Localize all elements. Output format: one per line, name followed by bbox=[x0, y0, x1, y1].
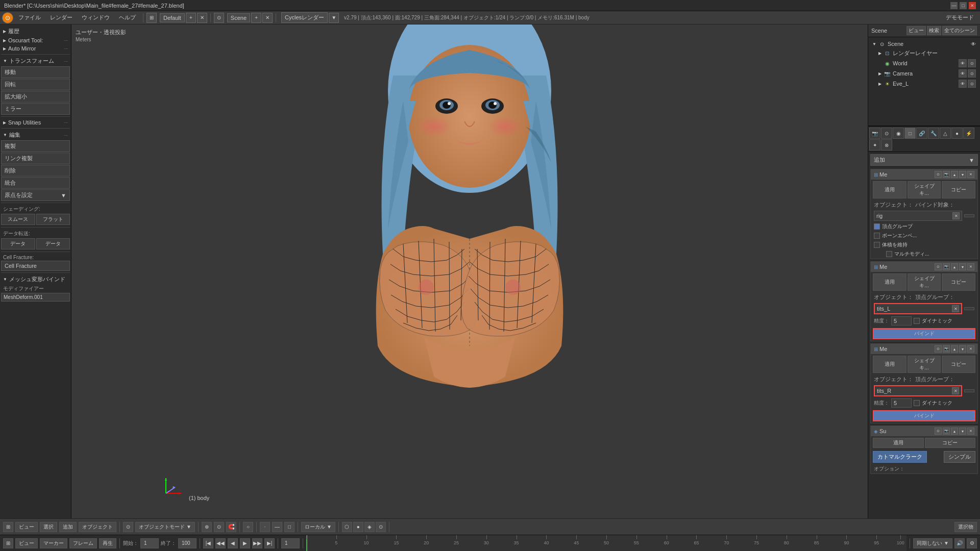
mod1-vertex-group-cb[interactable] bbox=[874, 223, 880, 230]
menu-file[interactable]: ファイル bbox=[14, 13, 45, 22]
props-scene-tab[interactable]: ⊙ bbox=[881, 128, 892, 139]
play-reverse-btn[interactable]: ◀ bbox=[228, 538, 238, 548]
select-mode-face[interactable]: □ bbox=[284, 522, 295, 532]
mod4-camera-icon[interactable]: 📷 bbox=[943, 428, 950, 435]
mod3-field-clear[interactable]: ✕ bbox=[952, 387, 959, 394]
mod2-field-clear[interactable]: ✕ bbox=[952, 305, 959, 312]
mod1-down-icon[interactable]: ▼ bbox=[959, 171, 966, 178]
menu-help[interactable]: ヘルプ bbox=[115, 13, 140, 22]
mod2-render-icon[interactable]: ⊙ bbox=[935, 263, 942, 270]
world-visibility-icon[interactable]: 👁 bbox=[959, 59, 967, 67]
texture-icon[interactable]: ◈ bbox=[364, 522, 375, 532]
mod2-shapeki-btn[interactable]: シェイプキ... bbox=[908, 273, 941, 291]
end-frame[interactable]: 100 bbox=[178, 538, 197, 548]
mod4-close-icon[interactable]: ✕ bbox=[967, 428, 974, 435]
mod3-object-field[interactable]: tits_R ✕ bbox=[874, 385, 962, 396]
mod4-up-icon[interactable]: ▲ bbox=[951, 428, 958, 435]
timeline-frame-btn[interactable]: フレーム bbox=[69, 538, 97, 548]
modifier-tits-l-header[interactable]: ⊞ Me ⊙ 📷 ▲ ▼ ✕ bbox=[871, 262, 977, 272]
mod2-up-icon[interactable]: ▲ bbox=[951, 263, 958, 270]
snap-utilities-section[interactable]: ▶ Snap Utilities ··· bbox=[1, 118, 70, 127]
add-modifier-dropdown[interactable]: 追加 ▼ bbox=[870, 154, 978, 166]
remove-scene-icon[interactable]: ✕ bbox=[262, 13, 273, 23]
scene-icon[interactable]: ⊙ bbox=[214, 13, 224, 23]
mesh-deform-bind-section[interactable]: ▼ メッシュ変形バインド bbox=[1, 274, 70, 284]
props-world-tab[interactable]: ◉ bbox=[893, 128, 904, 139]
mod3-camera-icon[interactable]: 📷 bbox=[943, 345, 950, 353]
lamp-render-icon[interactable]: ⊙ bbox=[968, 80, 976, 88]
mod1-camera-icon[interactable]: 📷 bbox=[943, 171, 950, 178]
view-btn[interactable]: ビュー bbox=[15, 522, 38, 532]
select-mode-vert[interactable]: · bbox=[260, 522, 270, 532]
modifier-armature-header[interactable]: ⊞ Me ⊙ 📷 ▲ ▼ ✕ bbox=[871, 169, 977, 180]
local-dropdown[interactable]: ローカル ▼ bbox=[301, 522, 335, 532]
timeline-ruler[interactable]: 0 5 10 15 20 25 30 35 40 45 50 55 60 65 … bbox=[306, 535, 906, 551]
select-object-btn[interactable]: 選択物 bbox=[954, 522, 977, 532]
mod1-apply-btn[interactable]: 適用 bbox=[873, 181, 906, 198]
viewport-type-icon[interactable]: ⊞ bbox=[3, 522, 13, 532]
delete-button[interactable]: 削除 bbox=[1, 165, 70, 177]
flat-button[interactable]: フラット bbox=[36, 214, 70, 225]
mod1-copy-btn[interactable]: コピー bbox=[942, 181, 975, 198]
camera-render-icon[interactable]: ⊙ bbox=[968, 69, 976, 78]
solid-icon[interactable]: ● bbox=[353, 522, 363, 532]
mod3-down-icon[interactable]: ▼ bbox=[959, 345, 966, 353]
timeline-settings-icon[interactable]: ⚙ bbox=[967, 538, 977, 548]
mode-icon[interactable]: ⊙ bbox=[123, 522, 133, 532]
auto-mirror-section[interactable]: ▶ Auto Mirror ··· bbox=[1, 44, 70, 53]
mod1-bind-field[interactable] bbox=[964, 214, 974, 217]
scene-visibility-icon[interactable]: 👁 bbox=[971, 41, 976, 47]
timeline-play-btn[interactable]: 再生 bbox=[99, 538, 116, 548]
transform-section[interactable]: ▼ トランスフォーム ··· bbox=[1, 56, 70, 66]
outliner-view-btn[interactable]: ビュー bbox=[906, 26, 926, 35]
camera-visibility-icon[interactable]: 👁 bbox=[959, 69, 967, 78]
mod4-simple-btn[interactable]: シンプル bbox=[944, 451, 975, 463]
mod3-render-icon[interactable]: ⊙ bbox=[935, 345, 942, 353]
viewport-icon[interactable]: ⊞ bbox=[146, 13, 157, 23]
engine-settings-icon[interactable]: ▼ bbox=[329, 13, 339, 23]
menu-render[interactable]: レンダー bbox=[46, 13, 77, 22]
camera-item[interactable]: ▶ 📷 Camera 👁 ⊙ bbox=[876, 68, 978, 79]
step-back-btn[interactable]: ◀◀ bbox=[215, 538, 226, 548]
outliner-scene-btn[interactable]: 全てのシーン bbox=[942, 26, 977, 35]
sync-dropdown[interactable]: 同期しない ▼ bbox=[913, 538, 952, 548]
props-constraints-tab[interactable]: 🔗 bbox=[916, 128, 927, 139]
rotate-button[interactable]: 回転 bbox=[1, 79, 70, 90]
add-workspace-icon[interactable]: + bbox=[186, 13, 196, 23]
add-scene-icon[interactable]: + bbox=[251, 13, 261, 23]
mod2-bind-btn[interactable]: バインド bbox=[873, 328, 975, 339]
close-button[interactable]: ✕ bbox=[969, 2, 976, 9]
scene-root-item[interactable]: ▼ ⊙ Scene 👁 bbox=[870, 39, 978, 48]
scene-selector[interactable]: Scene bbox=[227, 13, 250, 22]
mod1-object-field[interactable]: rig ✕ bbox=[874, 211, 962, 221]
mod3-up-icon[interactable]: ▲ bbox=[951, 345, 958, 353]
step-fwd-btn[interactable]: ▶▶ bbox=[252, 538, 262, 548]
blender-icon[interactable]: ⊙ bbox=[2, 12, 13, 23]
cell-fracture-button[interactable]: Cell Fracture bbox=[1, 261, 70, 271]
minimize-button[interactable]: — bbox=[950, 2, 958, 9]
props-object-tab[interactable]: □ bbox=[904, 128, 916, 139]
smooth-button[interactable]: スムース bbox=[1, 214, 35, 225]
workspace-selector[interactable]: Default bbox=[160, 13, 185, 22]
world-render-icon[interactable]: ⊙ bbox=[968, 59, 976, 67]
timeline-marker-btn[interactable]: マーカー bbox=[40, 538, 67, 548]
render-engine-selector[interactable]: Cyclesレンダー bbox=[281, 12, 328, 23]
viewport[interactable]: ユーザー・透視投影 Meters bbox=[71, 24, 868, 518]
jump-start-btn[interactable]: |◀ bbox=[203, 538, 213, 548]
outliner-search-btn[interactable]: 検索 bbox=[927, 26, 941, 35]
mod1-field-clear[interactable]: ✕ bbox=[952, 212, 960, 219]
mod2-dynamic-cb[interactable] bbox=[914, 318, 920, 324]
props-physics-tab[interactable]: ⊗ bbox=[881, 139, 892, 151]
props-modifier-tab[interactable]: 🔧 bbox=[928, 128, 939, 139]
select-mode-edge[interactable]: — bbox=[272, 522, 282, 532]
mod3-bind-btn[interactable]: バインド bbox=[873, 410, 975, 421]
select-btn[interactable]: 選択 bbox=[40, 522, 57, 532]
pivot-icon[interactable]: ⊙ bbox=[214, 522, 224, 532]
menu-window[interactable]: ウィンドウ bbox=[78, 13, 114, 22]
oscurart-section[interactable]: ▶ Oscurart Tool: ··· bbox=[1, 36, 70, 44]
mod2-camera-icon[interactable]: 📷 bbox=[943, 263, 950, 270]
scale-button[interactable]: 拡大縮小 bbox=[1, 91, 70, 103]
mode-dropdown[interactable]: オブジェクトモード ▼ bbox=[135, 522, 195, 532]
props-material-tab[interactable]: ● bbox=[951, 128, 963, 139]
window-controls[interactable]: — □ ✕ bbox=[950, 2, 976, 9]
